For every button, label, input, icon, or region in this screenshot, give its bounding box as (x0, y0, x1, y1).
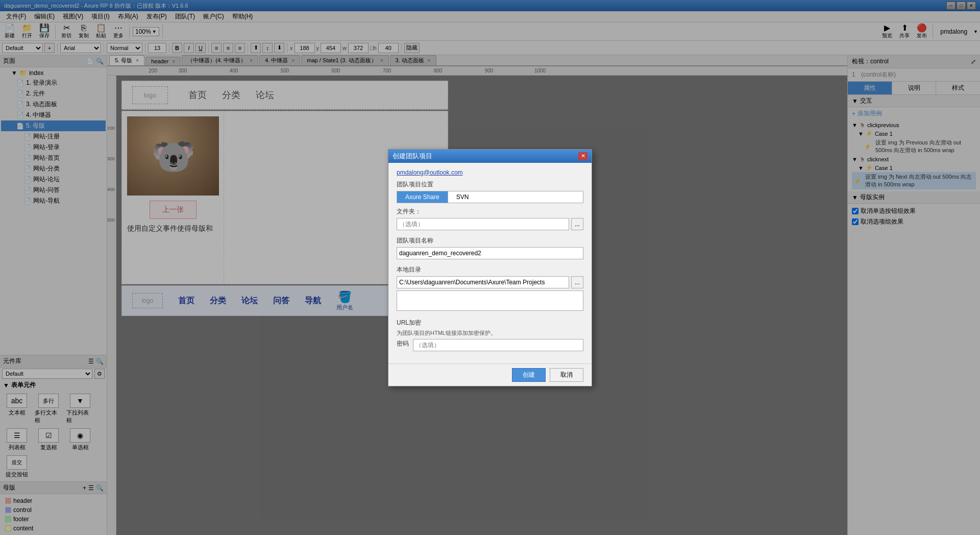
modal-title: 创建团队项目 (393, 152, 432, 161)
modal-password-label: 密码 (397, 339, 409, 348)
modal-location-tabs: Axure Share SVN (397, 191, 583, 203)
modal-cancel-button[interactable]: 取消 (550, 368, 583, 382)
modal-folder-input[interactable] (397, 218, 569, 230)
modal-project-name-label: 团队项目名称 (397, 236, 583, 245)
modal-overlay: 创建团队项目 ✕ pmdalong@outlook.com 团队项目位置 Axu… (0, 0, 980, 535)
modal-body: pmdalong@outlook.com 团队项目位置 Axure Share … (388, 163, 592, 363)
modal-password-input[interactable] (413, 339, 583, 351)
modal-tab-axure-share[interactable]: Axure Share (397, 191, 448, 203)
modal-create-button[interactable]: 创建 (512, 368, 546, 382)
modal-tab-svn[interactable]: SVN (448, 191, 477, 203)
modal-url-desc: 为团队项目的HTML链接添加加密保护。 (397, 329, 583, 337)
modal-project-name-section: 团队项目名称 (397, 236, 583, 259)
modal-folder-browse-btn[interactable]: ... (571, 218, 583, 230)
modal-location-section: 团队项目位置 Axure Share SVN 文件夹： ... (397, 180, 583, 230)
modal-password-row: 密码 (397, 339, 583, 351)
modal-local-dir-notes[interactable] (397, 290, 583, 311)
modal-local-browse-btn[interactable]: ... (571, 276, 583, 288)
modal-folder-label: 文件夹： (397, 207, 583, 216)
modal-email[interactable]: pmdalong@outlook.com (397, 169, 583, 176)
modal-folder-row: ... (397, 218, 583, 230)
modal-project-name-input[interactable] (397, 247, 583, 259)
modal-title-bar: 创建团队项目 ✕ (388, 150, 592, 163)
modal-url-label: URL加密 (397, 319, 583, 327)
modal-location-label: 团队项目位置 (397, 180, 583, 189)
modal-create-team-project: 创建团队项目 ✕ pmdalong@outlook.com 团队项目位置 Axu… (388, 149, 592, 386)
modal-close-button[interactable]: ✕ (578, 152, 587, 160)
modal-footer: 创建 取消 (388, 363, 592, 386)
modal-local-dir-section: 本地目录 ... (397, 265, 583, 312)
modal-local-dir-label: 本地目录 (397, 265, 583, 274)
modal-local-dir-row: ... (397, 276, 583, 288)
modal-local-dir-input[interactable] (397, 276, 569, 288)
modal-url-encryption-section: URL加密 为团队项目的HTML链接添加加密保护。 密码 (397, 319, 583, 351)
